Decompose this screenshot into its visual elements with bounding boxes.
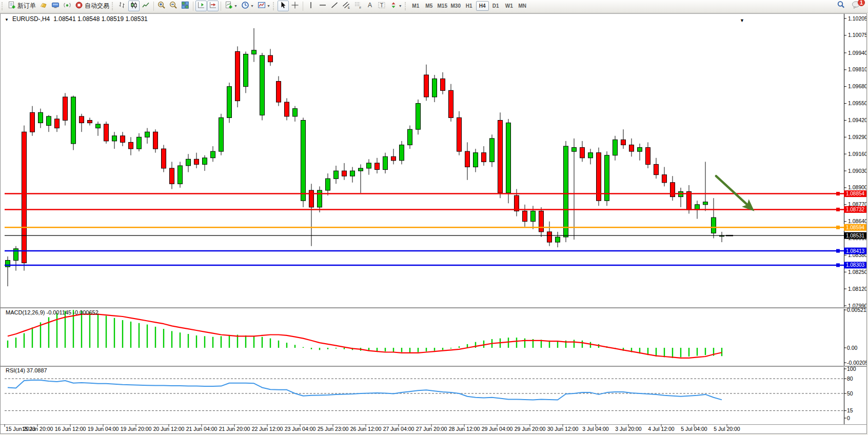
price-axis-label: 1.08120 (848, 286, 866, 292)
candle (162, 145, 166, 172)
chart-window: EURUSD-,H4 1.08541 1.08548 1.08519 1.085… (0, 13, 867, 434)
rsi-axis-label: 50 (847, 390, 853, 397)
toolbar-grip (273, 2, 275, 10)
svg-text:1.08732: 1.08732 (846, 207, 865, 212)
text-label-icon: T (378, 1, 386, 11)
svg-text:1.08303: 1.08303 (846, 262, 865, 268)
tile-windows-button[interactable] (180, 1, 191, 11)
time-axis-label: 29 Jun 04:00 (482, 426, 513, 432)
zoom-out-button[interactable] (168, 1, 179, 11)
arrows-tool-button[interactable]: ▼ (388, 1, 404, 11)
signals-button[interactable] (62, 1, 73, 11)
line-handle[interactable] (836, 192, 840, 195)
timeframe-m30-button[interactable]: M30 (449, 1, 462, 11)
auto-trading-icon (75, 1, 83, 11)
new-order-icon (8, 1, 16, 11)
window-menu-arrow-icon[interactable] (740, 15, 744, 24)
svg-text:1.08531: 1.08531 (846, 233, 865, 239)
macd-histogram-bar (130, 322, 131, 348)
indicators-button[interactable]: ▼ (223, 1, 239, 11)
price-axis-label: 1.08250 (848, 269, 866, 275)
timeframe-m1-button[interactable]: M1 (409, 1, 422, 11)
macd-histogram-bar (24, 333, 25, 348)
chart-shift-button[interactable] (195, 1, 207, 11)
text-label-tool-button[interactable]: T (376, 1, 387, 11)
line-handle[interactable] (836, 226, 840, 229)
timeframe-h4-button[interactable]: H4 (476, 1, 489, 11)
add-indicator-icon (225, 1, 233, 11)
equidistant-channel-tool-button[interactable]: E (341, 1, 352, 11)
fibonacci-tool-button[interactable]: F (352, 1, 364, 11)
tile-windows-icon (181, 1, 189, 11)
macd-histogram-bar (229, 335, 230, 348)
trendline-tool-button[interactable] (329, 1, 340, 11)
macd-histogram-bar (97, 313, 98, 348)
chart-canvas[interactable]: 1.102051.100751.099401.098101.096801.095… (1, 14, 866, 433)
candle (227, 83, 232, 123)
macd-histogram-bar (582, 341, 583, 348)
community-button[interactable] (50, 1, 61, 11)
templates-button[interactable]: ▼ (256, 1, 272, 11)
time-axis-label: 23 Jun 04:00 (285, 426, 316, 432)
symbol-dropdown-icon[interactable] (5, 15, 9, 23)
time-axis-label: 30 Jun 12:00 (547, 426, 579, 432)
macd-histogram-bar (442, 348, 443, 350)
timeframe-h1-button[interactable]: H1 (463, 1, 476, 11)
periods-button[interactable]: ▼ (240, 1, 255, 11)
new-order-button[interactable]: 新订单 (6, 1, 37, 11)
macd-histogram-bar (106, 316, 107, 348)
line-chart-button[interactable] (140, 1, 151, 11)
line-handle[interactable] (836, 249, 840, 253)
time-axis-label: 27 Jun 20:00 (416, 426, 447, 432)
macd-histogram-bar (664, 348, 665, 357)
gold-button[interactable] (38, 1, 49, 11)
time-axis-label: 15 Jun 20:00 (22, 426, 53, 432)
timeframe-mn-button[interactable]: MN (516, 1, 529, 11)
auto-scroll-button[interactable] (207, 1, 219, 11)
toolbar-grip (112, 2, 114, 10)
svg-text:T: T (380, 3, 383, 8)
svg-text:A: A (368, 2, 372, 9)
cursor-tool-button[interactable] (278, 1, 289, 11)
candle (416, 100, 421, 134)
gold-icon (40, 1, 48, 11)
line-handle[interactable] (836, 208, 840, 211)
macd-histogram-bar (418, 348, 419, 352)
time-axis-label: 27 Jun 04:00 (383, 426, 415, 432)
price-axis-label: 1.09940 (848, 50, 866, 56)
text-tool-button[interactable]: A (364, 1, 376, 11)
macd-histogram-bar (294, 345, 295, 348)
price-badge: 1.08303 (844, 262, 866, 268)
timeframe-m5-button[interactable]: M5 (423, 1, 436, 11)
macd-histogram-bar (336, 348, 337, 348)
template-icon (258, 1, 266, 11)
macd-histogram-bar (557, 341, 558, 348)
horizontal-line-tool-button[interactable] (317, 1, 328, 11)
candle (260, 53, 265, 121)
candlestick-chart-icon (130, 1, 138, 11)
chat-button[interactable]: 1 (850, 1, 862, 11)
auto-trading-button[interactable]: 自动交易 (73, 1, 111, 11)
timeframe-d1-button[interactable]: D1 (489, 1, 502, 11)
search-icon (837, 1, 845, 11)
time-axis-label: 3 Jul 04:00 (582, 426, 609, 432)
vertical-line-tool-button[interactable] (305, 1, 317, 11)
line-handle[interactable] (836, 263, 840, 267)
macd-histogram-bar (89, 312, 90, 348)
main-toolbar: 新订单 自动交易 ▼ ▼ (0, 0, 868, 13)
time-axis-label: 25 Jun 23:00 (318, 426, 349, 432)
chevron-down-icon: ▼ (234, 4, 238, 8)
time-axis-label: 21 Jun 04:00 (186, 426, 218, 432)
bar-chart-button[interactable] (116, 1, 128, 11)
bar-chart-icon (118, 1, 126, 11)
zoom-in-button[interactable] (156, 1, 167, 11)
search-button[interactable] (835, 1, 847, 11)
candlestick-chart-button[interactable] (128, 1, 140, 11)
timeframe-m15-button[interactable]: M15 (436, 1, 449, 11)
crosshair-tool-button[interactable] (289, 1, 301, 11)
macd-histogram-bar (450, 348, 451, 348)
price-axis-label: 1.09290 (848, 134, 866, 140)
price-badge: 1.08732 (844, 206, 866, 213)
macd-histogram-bar (590, 342, 591, 348)
timeframe-w1-button[interactable]: W1 (503, 1, 516, 11)
